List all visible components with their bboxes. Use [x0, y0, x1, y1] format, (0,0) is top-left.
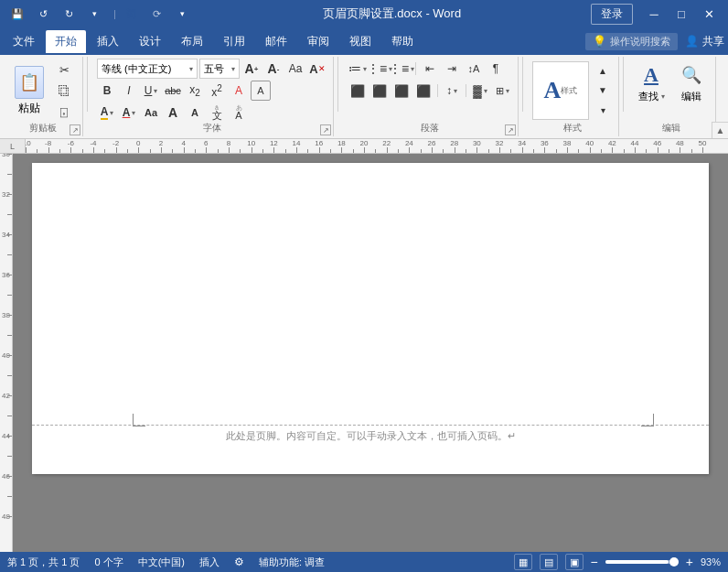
view-read-button[interactable]: ▤: [540, 554, 558, 570]
decrease-indent-button[interactable]: ⇤: [420, 59, 440, 79]
insert-mode[interactable]: 插入: [199, 556, 219, 569]
bullet-list-button[interactable]: ≔▾: [348, 59, 368, 79]
menu-review[interactable]: 审阅: [298, 30, 338, 53]
font-name-selector[interactable]: 等线 (中文正文) ▾: [97, 59, 198, 79]
styles-down-button[interactable]: ▼: [593, 81, 613, 100]
font-pinyin-button[interactable]: ā 文: [207, 103, 227, 123]
font-name-dropdown-arrow[interactable]: ▾: [189, 65, 193, 73]
underline-button[interactable]: U ▾: [141, 81, 161, 101]
border-dropdown[interactable]: ▾: [506, 87, 509, 95]
number-list-button[interactable]: ⋮≡▾: [369, 59, 390, 79]
strikethrough-button[interactable]: abc: [163, 81, 183, 101]
paste-button[interactable]: 📋 粘贴: [9, 59, 49, 124]
font-phonetic-button[interactable]: あ A: [229, 103, 249, 123]
undo-icon[interactable]: ↺: [33, 4, 53, 24]
close-button[interactable]: ✕: [697, 4, 721, 24]
view-web-button[interactable]: ▣: [565, 554, 583, 570]
customize-quick-access-icon[interactable]: ▾: [84, 4, 104, 24]
border-button[interactable]: ⊞▾: [492, 81, 512, 101]
font-effects-button[interactable]: A: [229, 81, 249, 101]
page-footer-area[interactable]: 此处是页脚。内容可自定。可以手动录入文本，也可插入页码。↵: [32, 425, 709, 447]
font-color-button[interactable]: A ▾: [119, 103, 139, 123]
restore-button[interactable]: □: [669, 4, 693, 24]
zoom-slider[interactable]: [605, 560, 679, 564]
menu-search-area: 💡 操作说明搜索 👤 共享: [585, 33, 724, 50]
clear-formatting-button[interactable]: A✕: [307, 59, 327, 79]
change-case-button[interactable]: Aa: [285, 59, 305, 79]
highlight-color-button[interactable]: A ▾: [97, 103, 117, 123]
underline-dropdown-arrow[interactable]: ▾: [154, 87, 157, 95]
font-border-button[interactable]: A: [251, 81, 271, 101]
font-big-button[interactable]: A: [163, 103, 183, 123]
editing-label: 编辑: [681, 90, 701, 103]
font-small-button[interactable]: A: [185, 103, 205, 123]
line-spacing-dropdown[interactable]: ▾: [454, 87, 457, 95]
font-color-dropdown[interactable]: ▾: [132, 109, 135, 117]
search-replace-button[interactable]: 🔍 编辑: [673, 59, 710, 105]
justify-button[interactable]: ⬛: [413, 81, 434, 101]
share-button[interactable]: 👤 共享: [685, 34, 724, 49]
subscript-button[interactable]: x2: [185, 81, 205, 101]
menu-references[interactable]: 引用: [214, 30, 254, 53]
align-center-button[interactable]: ⬛: [369, 81, 390, 101]
save-icon[interactable]: 💾: [7, 4, 27, 24]
zoom-plus-button[interactable]: +: [686, 555, 693, 569]
font-size-increase-button[interactable]: A+: [241, 59, 262, 79]
more-title-icons[interactable]: ▾: [173, 4, 193, 24]
menu-mailings[interactable]: 邮件: [256, 30, 296, 53]
redo-icon[interactable]: ↻: [59, 4, 79, 24]
paragraph-expand-button[interactable]: ↗: [505, 124, 516, 135]
italic-button[interactable]: I: [119, 81, 139, 101]
menu-home[interactable]: 开始: [46, 30, 86, 53]
zoom-minus-button[interactable]: −: [591, 555, 598, 569]
find-dropdown[interactable]: ▾: [661, 92, 665, 101]
superscript-label: x2: [211, 83, 222, 99]
font-size-decrease-button[interactable]: A-: [263, 59, 284, 79]
highlight-dropdown[interactable]: ▾: [110, 109, 113, 117]
bold-button[interactable]: B: [97, 81, 117, 101]
increase-indent-button[interactable]: ⇥: [442, 59, 462, 79]
find-button[interactable]: A 查找 ▾: [633, 59, 669, 105]
superscript-button[interactable]: x2: [207, 81, 227, 101]
minimize-button[interactable]: ─: [642, 4, 666, 24]
font-size-selector[interactable]: 五号 ▾: [199, 59, 240, 79]
clipboard-expand-button[interactable]: ↗: [70, 124, 80, 135]
zoom-slider-thumb[interactable]: [669, 557, 679, 567]
multilevel-list-button[interactable]: ⋮≡▾: [391, 59, 412, 79]
font-name-combo[interactable]: 等线 (中文正文) ▾: [97, 59, 198, 79]
align-right-button[interactable]: ⬛: [391, 81, 412, 101]
document-area[interactable]: 此处是页脚。内容可自定。可以手动录入文本，也可插入页码。↵: [13, 154, 728, 552]
copy-button[interactable]: ⿻: [51, 81, 77, 102]
menu-file[interactable]: 文件: [4, 30, 44, 53]
font-aa2-button[interactable]: Aa: [141, 103, 161, 123]
search-box[interactable]: 💡 操作说明搜索: [585, 33, 678, 50]
ruler-corner[interactable]: L: [0, 139, 26, 154]
multilevel-dropdown[interactable]: ▾: [411, 65, 414, 73]
font-color-icon: A: [123, 106, 131, 119]
menu-view[interactable]: 视图: [340, 30, 380, 53]
menu-insert[interactable]: 插入: [88, 30, 128, 53]
ribbon-collapse-button[interactable]: ▲: [712, 122, 728, 138]
cut-button[interactable]: ✂: [51, 60, 77, 81]
menu-help[interactable]: 帮助: [382, 30, 423, 53]
shading-button[interactable]: ▓▾: [470, 81, 490, 101]
font-size-combo[interactable]: 五号 ▾: [199, 59, 240, 79]
login-button[interactable]: 登录: [591, 4, 633, 25]
sort-button[interactable]: ↕A: [464, 59, 484, 79]
view-print-button[interactable]: ▦: [514, 554, 532, 570]
show-paragraph-button[interactable]: ¶: [486, 59, 506, 79]
auto-save-icon[interactable]: ⟳: [147, 4, 167, 24]
styles-expand-button[interactable]: ▾: [593, 101, 613, 120]
menu-layout[interactable]: 布局: [172, 30, 212, 53]
font-size-dropdown-arrow[interactable]: ▾: [231, 65, 235, 73]
format-painter-button[interactable]: ⌺: [51, 103, 77, 123]
styles-preview-box[interactable]: A 样式: [532, 61, 589, 120]
line-spacing-button[interactable]: ↕▾: [442, 81, 462, 101]
styles-up-button[interactable]: ▲: [593, 61, 613, 81]
shading-dropdown[interactable]: ▾: [484, 87, 487, 95]
menu-design[interactable]: 设计: [130, 30, 170, 53]
font-effects-icon: A: [235, 84, 242, 97]
wd-format-icon[interactable]: 词: [122, 4, 142, 24]
align-left-button[interactable]: ⬛: [348, 81, 368, 101]
font-expand-button[interactable]: ↗: [320, 124, 331, 135]
